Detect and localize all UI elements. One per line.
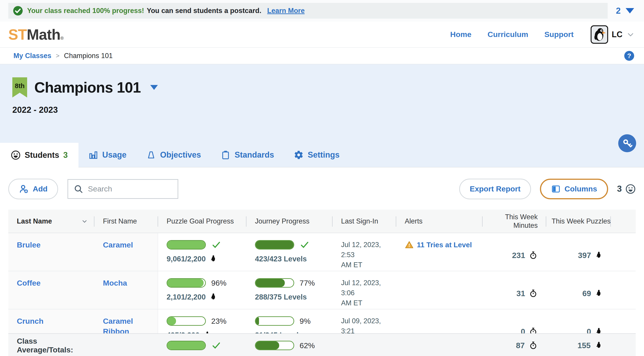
complete-check-icon	[300, 240, 310, 250]
help-icon[interactable]: ?	[624, 51, 634, 61]
penguin-icon	[203, 331, 211, 333]
school-year: 2022 - 2023	[12, 105, 644, 115]
breadcrumb-current: Champions 101	[64, 52, 112, 60]
banner-highlight-text: Your class reached 100% progress!	[27, 7, 144, 15]
tab-standards-label: Standards	[234, 150, 274, 160]
week-minutes-cell: 31	[482, 271, 546, 309]
sort-chevron-icon[interactable]	[80, 217, 88, 225]
grade-badge: 8th	[12, 77, 27, 98]
person-add-icon	[19, 184, 29, 194]
totals-week-puzzles: 155	[546, 341, 611, 350]
check-circle-icon	[13, 6, 23, 16]
add-student-button[interactable]: Add	[8, 179, 58, 199]
student-count-value: 3	[617, 184, 622, 194]
chevron-down-icon	[626, 8, 634, 14]
puzzle-percent-label: 96%	[211, 279, 226, 288]
students-toolbar: Add Export Report Columns	[0, 168, 644, 201]
table-header-row: Last Name First Name Puzzle Goal Progres…	[8, 210, 636, 233]
export-report-label: Export Report	[470, 184, 521, 193]
penguin-icon	[209, 293, 217, 301]
column-header-last-signin[interactable]: Last Sign-In	[332, 210, 396, 233]
puzzle-progress-cell: 96% 2,101/2,200	[158, 271, 246, 309]
totals-week-minutes: 87	[482, 341, 546, 350]
tab-students-count: 3	[63, 150, 68, 160]
learn-more-link[interactable]: Learn More	[267, 7, 305, 15]
table-body: Brulee Caramel 9,061/2,200	[8, 233, 636, 333]
banner-count-dropdown[interactable]: 2	[616, 6, 634, 16]
columns-button-label: Columns	[564, 184, 597, 193]
totals-puzzle-bar	[166, 341, 206, 350]
week-minutes-cell: 231	[482, 233, 546, 271]
main-nav: Home Curriculum Support	[450, 30, 574, 39]
class-totals-row: Class Average/Totals: 62%	[8, 333, 636, 356]
st-math-logo[interactable]: ST Math ®	[8, 26, 64, 43]
totals-journey-percent: 62%	[300, 341, 315, 350]
tries-at-level-link[interactable]: 11 Tries at Level	[417, 241, 472, 249]
alerts-cell: 11 Tries at Level	[396, 233, 482, 271]
table-row: Coffee Mocha 96% 2,101/2,200	[8, 271, 636, 309]
tab-students[interactable]: Students 3	[0, 143, 78, 168]
week-puzzles-cell: 69	[546, 271, 611, 309]
student-first-name-link[interactable]: Mocha	[103, 278, 127, 288]
export-report-button[interactable]: Export Report	[459, 179, 531, 199]
logo-st-text: ST	[8, 26, 27, 43]
student-last-name-link[interactable]: Brulee	[17, 240, 40, 250]
puzzle-progress-cell: 9,061/2,200	[158, 233, 246, 271]
journey-value: 423/423 Levels	[255, 255, 307, 263]
class-title: Champions 101	[34, 79, 141, 96]
student-first-name-link[interactable]: Caramel	[103, 240, 133, 250]
puzzle-progress-bar	[166, 316, 206, 326]
column-header-alerts[interactable]: Alerts	[396, 210, 482, 233]
column-header-first-name[interactable]: First Name	[94, 210, 158, 233]
breadcrumb-my-classes-link[interactable]: My Classes	[14, 52, 51, 60]
stopwatch-icon	[529, 289, 538, 298]
class-tabs: Students 3 Usage Objectives Standards	[0, 143, 644, 168]
account-menu[interactable]: LC	[591, 25, 635, 44]
warning-triangle-icon	[405, 240, 414, 249]
breadcrumb: My Classes > Champions 101 ?	[0, 48, 644, 64]
search-input[interactable]	[88, 184, 172, 193]
column-header-week-minutes[interactable]: This Week Minutes	[482, 210, 546, 233]
tab-standards[interactable]: Standards	[211, 143, 284, 167]
complete-check-icon	[211, 240, 221, 250]
columns-button[interactable]: Columns	[540, 179, 608, 199]
notification-banner: Your class reached 100% progress! You ca…	[8, 3, 608, 18]
banner-message-text: You can send students a postcard.	[147, 7, 262, 15]
search-box	[68, 179, 178, 199]
journey-progress-bar	[255, 316, 294, 326]
puzzle-value: 495/2,200	[166, 331, 200, 333]
alerts-cell	[396, 271, 482, 309]
journey-progress-cell: 9% 31/345 Levels	[246, 309, 332, 333]
class-switcher-caret-icon[interactable]	[150, 85, 158, 90]
week-minutes-cell: 0	[482, 309, 546, 333]
puzzle-progress-bar	[166, 240, 206, 250]
tab-usage[interactable]: Usage	[78, 143, 136, 167]
column-header-puzzle-goal[interactable]: Puzzle Goal Progress	[158, 210, 246, 233]
column-header-week-puzzles[interactable]: This Week Puzzles	[546, 210, 611, 233]
nav-home-link[interactable]: Home	[450, 30, 471, 39]
journey-progress-bar	[255, 278, 294, 288]
student-first-name-link[interactable]: Caramel Ribbon	[103, 316, 143, 333]
week-puzzles-cell: 0	[546, 309, 611, 333]
tab-settings[interactable]: Settings	[284, 143, 349, 167]
tab-settings-label: Settings	[308, 150, 340, 160]
column-header-journey[interactable]: Journey Progress	[246, 210, 332, 233]
journey-progress-cell: 77% 288/375 Levels	[246, 271, 332, 309]
tab-usage-label: Usage	[102, 150, 126, 160]
week-puzzles-cell: 397	[546, 233, 611, 271]
gear-icon	[294, 150, 304, 160]
key-button[interactable]	[618, 134, 636, 152]
students-table: Last Name First Name Puzzle Goal Progres…	[8, 210, 636, 356]
student-last-name-link[interactable]: Coffee	[17, 278, 40, 288]
column-header-last-name[interactable]: Last Name	[8, 210, 94, 233]
smiley-icon	[11, 150, 21, 160]
student-last-name-link[interactable]: Crunch	[17, 316, 44, 326]
stopwatch-icon	[529, 327, 538, 333]
tab-objectives[interactable]: Objectives	[136, 143, 211, 167]
nav-support-link[interactable]: Support	[544, 30, 574, 39]
nav-curriculum-link[interactable]: Curriculum	[488, 30, 528, 39]
st-math-class-page: Your class reached 100% progress! You ca…	[0, 0, 644, 356]
puzzle-value: 9,061/2,200	[166, 255, 206, 263]
avatar	[591, 25, 608, 44]
bar-chart-icon	[88, 150, 98, 160]
